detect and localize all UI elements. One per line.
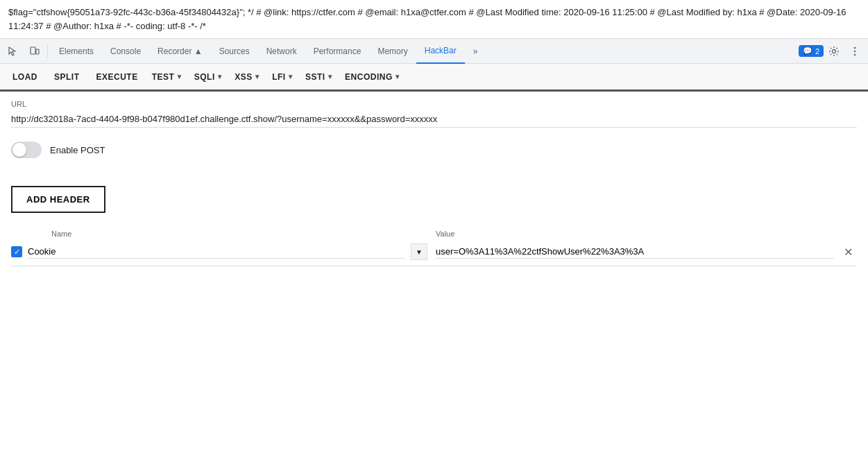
svg-point-2 [833, 49, 836, 53]
tab-sources[interactable]: Sources [211, 39, 258, 64]
tab-recorder[interactable]: Recorder ▲ [149, 39, 211, 64]
xss-arrow-icon: ▼ [254, 73, 261, 80]
execute-button[interactable]: EXECUTE [90, 69, 145, 85]
enable-post-label: Enable POST [50, 145, 105, 155]
ssti-dropdown[interactable]: SSTI ▼ [301, 69, 338, 85]
tab-performance[interactable]: Performance [305, 39, 370, 64]
sqli-arrow-icon: ▼ [216, 73, 223, 80]
add-header-button[interactable]: ADD HEADER [11, 186, 105, 213]
value-col-label: Value [436, 230, 857, 238]
flag-text: $flag="ctfshow{95051a73-92fc-443c-b36a-4… [8, 7, 846, 31]
tab-more[interactable]: » [465, 39, 486, 64]
svg-point-5 [854, 53, 856, 55]
encoding-dropdown[interactable]: ENCODING ▼ [341, 69, 405, 85]
svg-rect-0 [31, 47, 35, 54]
toggle-knob [12, 143, 26, 157]
header-close-button[interactable]: ✕ [840, 244, 857, 260]
url-section: URL [11, 100, 857, 128]
hackbar-content: URL Enable POST ADD HEADER Name Value ✓ … [0, 92, 868, 369]
settings-icon[interactable] [824, 42, 844, 61]
more-options-icon[interactable] [845, 42, 865, 61]
flag-banner: $flag="ctfshow{95051a73-92fc-443c-b36a-4… [0, 0, 868, 39]
url-input[interactable] [11, 111, 857, 128]
load-button[interactable]: LOAD [6, 69, 44, 85]
devtools-tabbar: Elements Console Recorder ▲ Sources Netw… [0, 39, 868, 64]
tab-console[interactable]: Console [102, 39, 149, 64]
lfi-arrow-icon: ▼ [287, 73, 294, 80]
tab-hackbar[interactable]: HackBar [416, 39, 465, 64]
header-name-dropdown[interactable]: ▼ [411, 243, 427, 260]
sqli-dropdown[interactable]: SQLI ▼ [190, 69, 228, 85]
tab-network[interactable]: Network [258, 39, 305, 64]
header-value-col: ✕ [436, 244, 857, 260]
header-checkbox[interactable]: ✓ [11, 246, 22, 257]
cursor-icon[interactable] [3, 42, 23, 61]
enable-post-row: Enable POST [11, 141, 857, 158]
test-dropdown[interactable]: TEST ▼ [148, 69, 187, 85]
header-row: ✓ ▼ ✕ [11, 238, 857, 266]
svg-rect-1 [36, 49, 39, 54]
hackbar-toolbar: LOAD SPLIT EXECUTE TEST ▼ SQLI ▼ XSS ▼ L… [0, 64, 868, 92]
split-button[interactable]: SPLIT [47, 69, 87, 85]
badge-count: 2 [815, 47, 819, 55]
encoding-arrow-icon: ▼ [394, 73, 401, 80]
lfi-dropdown[interactable]: LFI ▼ [268, 69, 298, 85]
ssti-arrow-icon: ▼ [327, 73, 334, 80]
device-icon[interactable] [24, 42, 44, 61]
tab-separator [47, 44, 48, 58]
header-name-col: ✓ ▼ [11, 243, 427, 260]
enable-post-toggle[interactable] [11, 141, 42, 158]
badge-icon: 💬 [803, 46, 812, 55]
header-name-input[interactable] [28, 245, 405, 259]
notification-badge[interactable]: 💬 2 [799, 45, 824, 57]
svg-point-3 [854, 46, 856, 49]
header-value-input[interactable] [436, 245, 834, 259]
svg-point-4 [854, 50, 856, 52]
test-arrow-icon: ▼ [176, 73, 182, 80]
xss-dropdown[interactable]: XSS ▼ [230, 69, 265, 85]
name-col-label: Name [11, 230, 427, 238]
header-col-labels: Name Value [11, 227, 857, 238]
tab-elements[interactable]: Elements [51, 39, 102, 64]
url-label: URL [11, 100, 857, 108]
tab-memory[interactable]: Memory [369, 39, 416, 64]
